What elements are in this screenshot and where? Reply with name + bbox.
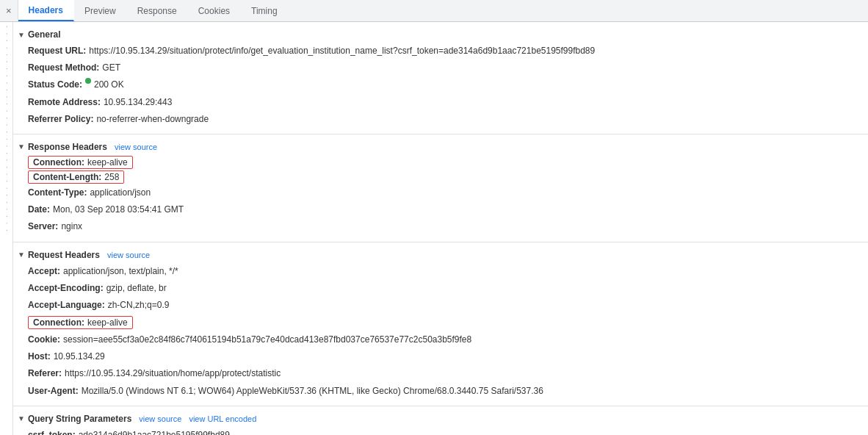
response-date-label: Date: xyxy=(28,203,50,217)
query-string-section-header[interactable]: ▼ Query String Parameters view source vi… xyxy=(13,411,868,427)
close-tab-button[interactable]: × xyxy=(0,0,18,21)
tab-response[interactable]: Response xyxy=(127,0,188,21)
request-connection-highlight: Connection: keep-alive xyxy=(28,316,133,329)
request-accept-encoding-label: Accept-Encoding: xyxy=(28,281,104,295)
query-string-section: ▼ Query String Parameters view source vi… xyxy=(13,406,868,435)
general-section-header[interactable]: ▼ General xyxy=(13,26,868,43)
request-headers-section: ▼ Request Headers view source Accept: ap… xyxy=(13,242,868,406)
response-headers-title: Response Headers xyxy=(28,142,107,152)
response-content-type-label: Content-Type: xyxy=(28,186,87,200)
general-arrow-icon: ▼ xyxy=(18,31,25,39)
general-title: General xyxy=(28,29,61,40)
response-content-length-value: 258 xyxy=(104,172,119,182)
response-headers-section: ▼ Response Headers view source Connectio… xyxy=(13,134,868,242)
request-user-agent-value: Mozilla/5.0 (Windows NT 6.1; WOW64) Appl… xyxy=(82,384,543,398)
response-content-type-row: Content-Type: application/json xyxy=(13,184,868,201)
request-referer-row: Referer: https://10.95.134.29/situation/… xyxy=(13,365,868,382)
request-url-row: Request URL: https://10.95.134.29/situat… xyxy=(13,43,868,60)
query-string-view-source-link[interactable]: view source xyxy=(139,414,181,423)
response-content-length-label: Content-Length: xyxy=(33,172,101,182)
tab-bar: × Headers Preview Response Cookies Timin… xyxy=(0,0,868,22)
status-code-label: Status Code: xyxy=(28,78,82,92)
request-headers-title: Request Headers xyxy=(28,250,100,260)
request-method-label: Request Method: xyxy=(28,61,99,75)
request-cookie-value: session=aee55cf3a0e2c84f86c7f40615194b51… xyxy=(63,333,471,347)
query-csrf-token-label: csrf_token: xyxy=(28,428,76,435)
query-csrf-token-row: csrf_token: ade314a6d9b1aac721be5195f99f… xyxy=(13,427,868,435)
response-server-label: Server: xyxy=(28,220,58,234)
tab-timing[interactable]: Timing xyxy=(241,0,289,21)
request-referer-label: Referer: xyxy=(28,367,62,381)
general-section: ▼ General Request URL: https://10.95.134… xyxy=(13,22,868,134)
response-connection-label: Connection: xyxy=(33,157,84,168)
response-connection-highlight: Connection: keep-alive xyxy=(28,156,133,169)
referrer-policy-label: Referrer Policy: xyxy=(28,112,93,126)
request-headers-view-source-link[interactable]: view source xyxy=(107,251,150,259)
request-accept-language-row: Accept-Language: zh-CN,zh;q=0.9 xyxy=(13,297,868,314)
response-server-row: Server: nginx xyxy=(13,218,868,235)
request-accept-row: Accept: application/json, text/plain, */… xyxy=(13,263,868,280)
request-method-row: Request Method: GET xyxy=(13,60,868,76)
request-headers-arrow-icon: ▼ xyxy=(18,251,25,259)
request-url-label: Request URL: xyxy=(28,44,86,58)
response-server-value: nginx xyxy=(61,220,82,234)
request-accept-label: Accept: xyxy=(28,265,60,278)
tab-cookies[interactable]: Cookies xyxy=(188,0,241,21)
tab-preview[interactable]: Preview xyxy=(74,0,127,21)
request-user-agent-label: User-Agent: xyxy=(28,384,79,398)
request-host-label: Host: xyxy=(28,350,51,364)
request-accept-language-label: Accept-Language: xyxy=(28,298,105,312)
request-cookie-row: Cookie: session=aee55cf3a0e2c84f86c7f406… xyxy=(13,331,868,348)
request-referer-value: https://10.95.134.29/situation/home/app/… xyxy=(65,367,281,381)
request-connection-value: keep-alive xyxy=(87,317,128,328)
request-accept-language-value: zh-CN,zh;q=0.9 xyxy=(108,298,170,312)
response-date-value: Mon, 03 Sep 2018 03:54:41 GMT xyxy=(53,203,184,217)
remote-address-row: Remote Address: 10.95.134.29:443 xyxy=(13,94,868,111)
response-connection-value: keep-alive xyxy=(87,157,128,168)
request-host-value: 10.95.134.29 xyxy=(54,350,105,364)
query-string-title: Query String Parameters xyxy=(28,414,131,424)
query-csrf-token-value: ade314a6d9b1aac721be5195f99fbd89 xyxy=(79,428,230,435)
request-accept-encoding-value: gzip, deflate, br xyxy=(106,281,167,295)
response-headers-section-header[interactable]: ▼ Response Headers view source xyxy=(13,139,868,155)
response-date-row: Date: Mon, 03 Sep 2018 03:54:41 GMT xyxy=(13,201,868,218)
gutter: · · · · · · · · · · · · · · · · · · · · … xyxy=(0,22,13,435)
remote-address-value: 10.95.134.29:443 xyxy=(104,96,172,109)
main-container: · · · · · · · · · · · · · · · · · · · · … xyxy=(0,22,868,435)
status-code-row: Status Code: 200 OK xyxy=(13,76,868,93)
response-headers-arrow-icon: ▼ xyxy=(18,143,25,151)
request-url-value: https://10.95.134.29/situation/protect/i… xyxy=(89,44,595,58)
status-code-value: 200 OK xyxy=(94,78,124,92)
request-user-agent-row: User-Agent: Mozilla/5.0 (Windows NT 6.1;… xyxy=(13,383,868,400)
gutter-dots: · · · · · · · · · · · · · · · · · · · · … xyxy=(0,26,13,233)
referrer-policy-row: Referrer Policy: no-referrer-when-downgr… xyxy=(13,111,868,128)
request-accept-encoding-row: Accept-Encoding: gzip, deflate, br xyxy=(13,280,868,297)
request-headers-section-header[interactable]: ▼ Request Headers view source xyxy=(13,247,868,263)
request-connection-label: Connection: xyxy=(33,317,84,328)
request-accept-value: application/json, text/plain, */* xyxy=(63,265,178,278)
response-content-type-value: application/json xyxy=(90,186,151,200)
query-string-view-url-encoded-link[interactable]: view URL encoded xyxy=(189,414,256,423)
response-headers-view-source-link[interactable]: view source xyxy=(115,143,157,151)
content-area: ▼ General Request URL: https://10.95.134… xyxy=(13,22,868,435)
remote-address-label: Remote Address: xyxy=(28,96,101,109)
response-content-length-highlight: Content-Length: 258 xyxy=(28,170,124,184)
request-host-row: Host: 10.95.134.29 xyxy=(13,348,868,365)
referrer-policy-value: no-referrer-when-downgrade xyxy=(96,112,209,126)
status-dot-icon xyxy=(85,78,91,84)
request-method-value: GET xyxy=(102,61,120,75)
tab-headers[interactable]: Headers xyxy=(18,0,74,21)
request-cookie-label: Cookie: xyxy=(28,333,60,347)
query-string-arrow-icon: ▼ xyxy=(18,414,25,423)
